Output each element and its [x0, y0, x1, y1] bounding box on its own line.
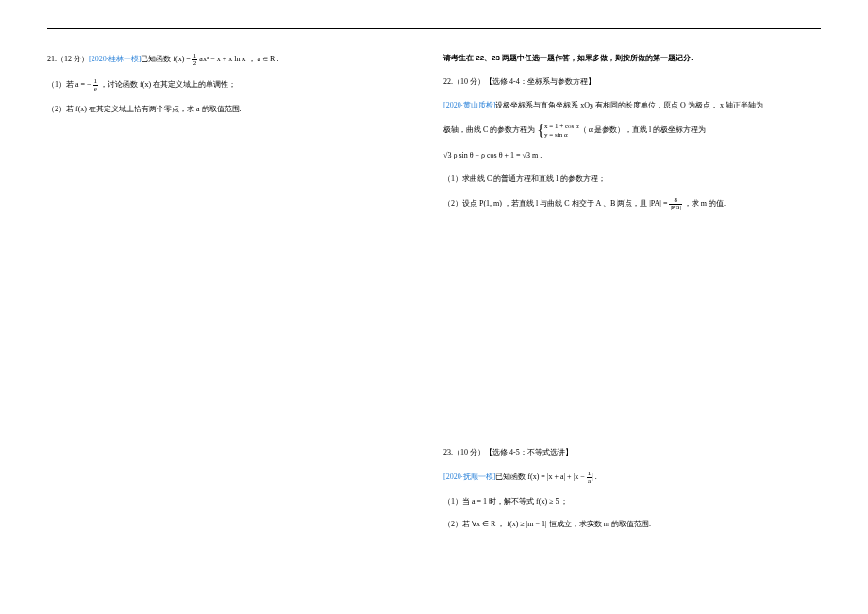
q22-l2: 极轴，曲线 C 的参数方程为 {x = 1 + cos αy = sin α（ …: [443, 123, 821, 139]
instruction: 请考生在 22、23 两题中任选一题作答，如果多做，则按所做的第一题记分.: [443, 53, 821, 65]
q22-l2a: 极轴，曲线 C 的参数方程为: [443, 126, 537, 135]
q21-header: 21.（12 分）[2020·桂林一模]已知函数 f(x) = 12 ax² −…: [47, 53, 396, 67]
q23-header: 23.（10 分）【选修 4-5：不等式选讲】: [443, 447, 821, 459]
frac-den: |PB|: [669, 205, 681, 211]
page-rule: [47, 28, 821, 29]
q23-l1a: 已知函数 f(x) = |x + a| + |x −: [495, 473, 586, 481]
q22-header: 22.（10 分）【选修 4-4：坐标系与参数方程】: [443, 76, 821, 89]
case-bot: y = sin α: [544, 131, 579, 139]
q21-part1: （1）若 a = − 1e ，讨论函数 f(x) 在其定义域上的单调性；: [47, 78, 396, 92]
q22-p2: （2）设点 P(1, m) ，若直线 l 与曲线 C 相交于 A 、B 两点，且…: [443, 197, 821, 211]
q22-l2b: （ α 是参数），直线 l 的极坐标方程为: [579, 126, 706, 135]
q23-p1: （1）当 a = 1 时，解不等式 f(x) ≥ 5 ；: [443, 496, 821, 508]
q23-l1: [2020·抚顺一模]已知函数 f(x) = |x + a| + |x − 1a…: [443, 471, 821, 485]
q22-eq: √3 ρ sin θ − ρ cos θ + 1 = √3 m .: [443, 150, 821, 162]
q21-number: 21.（12 分）: [47, 55, 89, 63]
q23-l1b: | .: [592, 473, 597, 481]
q21-part1-a: （1）若 a = −: [47, 80, 93, 89]
two-column-layout: 21.（12 分）[2020·桂林一模]已知函数 f(x) = 12 ax² −…: [47, 53, 821, 542]
q21-source: [2020·桂林一模]: [89, 55, 141, 63]
q22-p2a: （2）设点 P(1, m) ，若直线 l 与曲线 C 相交于 A 、B 两点，且…: [443, 199, 669, 207]
case-top: x = 1 + cos α: [544, 123, 579, 130]
q22-p2-frac: 8|PB|: [669, 197, 681, 211]
q21-text-a: 已知函数 f(x) =: [141, 55, 192, 63]
q21-text-b: ax² − x + x ln x ， a ∈ R .: [197, 55, 278, 63]
q23-p2: （2）若 ∀x ∈ R ， f(x) ≥ |m − 1| 恒成立，求实数 m 的…: [443, 519, 821, 531]
q22-p1: （1）求曲线 C 的普通方程和直线 l 的参数方程；: [443, 174, 821, 186]
q22-p2b: ，求 m 的值.: [682, 199, 726, 207]
q22-l1: [2020·黄山质检]设极坐标系与直角坐标系 xOy 有相同的长度单位，原点 O…: [443, 100, 821, 112]
q21-part1-b: ，讨论函数 f(x) 在其定义域上的单调性；: [98, 80, 236, 89]
q22-case: {x = 1 + cos αy = sin α: [537, 123, 578, 139]
right-column: 请考生在 22、23 两题中任选一题作答，如果多做，则按所做的第一题记分. 22…: [443, 53, 821, 542]
q21-part2: （2）若 f(x) 在其定义域上恰有两个零点，求 a 的取值范围.: [47, 104, 396, 116]
q22-source: [2020·黄山质检]: [443, 101, 495, 109]
case-body: x = 1 + cos αy = sin α: [544, 123, 579, 139]
left-column: 21.（12 分）[2020·桂林一模]已知函数 f(x) = 12 ax² −…: [47, 53, 396, 542]
q22-l1-text: 设极坐标系与直角坐标系 xOy 有相同的长度单位，原点 O 为极点， x 轴正半…: [495, 101, 763, 109]
q23-block: 23.（10 分）【选修 4-5：不等式选讲】 [2020·抚顺一模]已知函数 …: [443, 447, 821, 531]
brace-icon: {: [537, 126, 544, 136]
q23-source: [2020·抚顺一模]: [443, 473, 495, 481]
